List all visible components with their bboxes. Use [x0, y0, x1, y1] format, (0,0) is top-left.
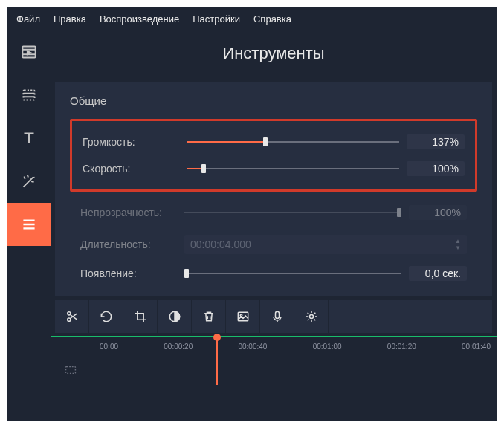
tool-rotate[interactable] — [89, 300, 123, 333]
svg-rect-1 — [23, 91, 34, 100]
label-volume: Громкость: — [83, 136, 179, 148]
track-video-icon — [62, 362, 79, 381]
menu-playback[interactable]: Воспроизведение — [100, 13, 179, 25]
highlight-box: Громкость: 137% Скорость: 100% — [70, 119, 477, 192]
tick: 00:01:00 — [313, 343, 342, 351]
timeline-track[interactable] — [51, 355, 497, 388]
row-fadein: Появление: 0,0 сек. — [80, 260, 467, 287]
slider-volume[interactable] — [187, 141, 399, 143]
wand-icon — [19, 172, 39, 191]
slider-opacity — [184, 212, 401, 213]
menu-file[interactable]: Файл — [16, 13, 40, 25]
slider-fadein[interactable] — [184, 273, 401, 274]
trash-icon — [201, 309, 216, 324]
tool-delete[interactable] — [192, 300, 226, 333]
tool-record[interactable] — [260, 300, 294, 333]
svg-point-2 — [67, 312, 70, 315]
row-duration: Длительность: 00:00:04.000 ▲▼ — [80, 229, 467, 260]
crop-icon — [133, 309, 148, 324]
text-icon — [19, 129, 39, 148]
row-volume: Громкость: 137% — [83, 129, 465, 155]
tick: 00:00:40 — [238, 343, 267, 351]
tool-crop[interactable] — [123, 300, 158, 333]
tick: 00:01:20 — [387, 343, 416, 351]
tool-image[interactable] — [226, 300, 260, 333]
tool-color[interactable] — [158, 300, 192, 333]
app-window: Файл Правка Воспроизведение Настройки Сп… — [7, 7, 497, 421]
value-fadein[interactable]: 0,0 сек. — [409, 266, 467, 281]
label-fadein: Появление: — [80, 268, 177, 279]
scissors-icon — [65, 309, 80, 324]
timeline-ruler[interactable]: 00:00 00:00:20 00:00:40 00:01:00 00:01:2… — [51, 336, 497, 355]
row-opacity: Непрозрачность: 100% — [80, 199, 467, 226]
image-icon — [236, 309, 251, 324]
value-speed[interactable]: 100% — [407, 161, 465, 176]
svg-rect-9 — [66, 366, 76, 373]
label-speed: Скорость: — [83, 163, 179, 175]
sidebar — [7, 30, 51, 418]
svg-point-8 — [309, 315, 313, 319]
section-title: Общие — [70, 94, 477, 107]
svg-point-3 — [67, 318, 70, 321]
tool-cut[interactable] — [55, 300, 89, 333]
sidebar-item-effects[interactable] — [7, 160, 51, 203]
panel-body: Общие Громкость: 137% Скорость: — [55, 82, 492, 296]
row-speed: Скорость: 100% — [83, 155, 465, 182]
playhead[interactable] — [216, 336, 218, 385]
spinner-icon: ▲▼ — [455, 238, 461, 251]
menu-icon — [19, 215, 39, 234]
menu-settings[interactable]: Настройки — [193, 13, 240, 25]
mic-icon — [270, 309, 285, 324]
value-volume[interactable]: 137% — [407, 134, 465, 149]
sidebar-item-titles[interactable] — [7, 117, 51, 160]
slider-speed[interactable] — [187, 168, 399, 169]
tick: 00:00:20 — [164, 343, 193, 351]
input-duration: 00:00:04.000 ▲▼ — [184, 235, 467, 254]
gear-icon — [304, 309, 319, 324]
sidebar-item-media[interactable] — [7, 30, 51, 74]
panel-title: Инструменты — [51, 30, 497, 82]
timeline-toolbar — [55, 300, 492, 333]
label-duration: Длительность: — [80, 239, 177, 250]
tool-settings[interactable] — [294, 300, 329, 333]
menu-help[interactable]: Справка — [253, 13, 291, 25]
clip-icon — [19, 85, 39, 105]
contrast-icon — [167, 309, 182, 324]
tick: 00:00 — [100, 343, 118, 351]
menubar: Файл Правка Воспроизведение Настройки Сп… — [7, 7, 497, 30]
value-opacity: 100% — [409, 205, 467, 220]
film-icon — [19, 42, 39, 62]
label-opacity: Непрозрачность: — [80, 207, 177, 218]
svg-rect-7 — [275, 311, 279, 318]
tick: 00:01:40 — [462, 343, 491, 351]
sidebar-item-filters[interactable] — [7, 74, 51, 117]
main-panel: Инструменты Общие Громкость: 137% Скорос… — [51, 30, 497, 418]
menu-edit[interactable]: Правка — [54, 13, 86, 25]
rotate-icon — [99, 309, 114, 324]
sidebar-item-tools[interactable] — [7, 203, 51, 246]
